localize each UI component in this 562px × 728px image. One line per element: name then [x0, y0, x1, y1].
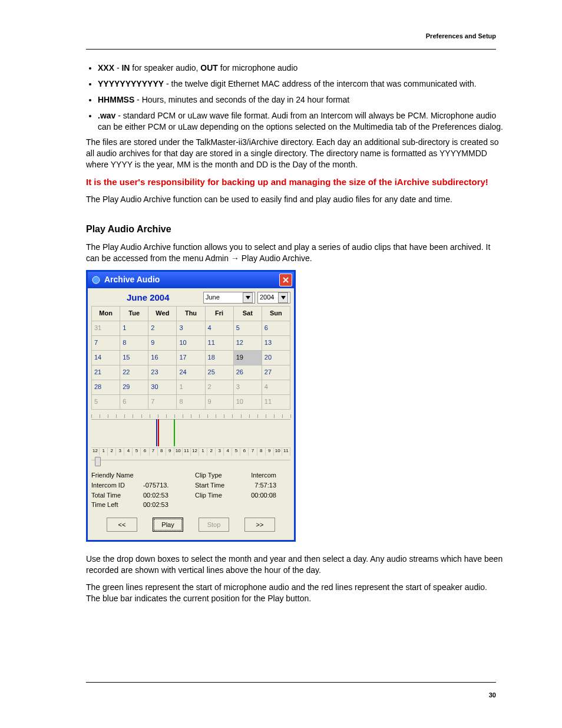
calendar-day-cell[interactable]: 17 [177, 350, 205, 365]
function-paragraph: The Play Audio Archive function allows y… [86, 242, 503, 264]
hour-label: 10 [274, 447, 282, 456]
red-marker [158, 419, 159, 446]
info-grid: Friendly Name Clip Type Intercom Interco… [91, 471, 290, 509]
close-button[interactable] [279, 274, 292, 286]
calendar-day-cell[interactable]: 13 [262, 335, 290, 350]
calendar-day-header: Sun [262, 306, 290, 321]
hour-label: 7 [150, 447, 158, 456]
warning-paragraph: It is the user's responsibility for back… [86, 176, 503, 188]
calendar-day-cell[interactable]: 5 [233, 321, 262, 335]
hour-label: 2 [108, 447, 116, 456]
calendar-day-cell[interactable]: 25 [205, 365, 233, 380]
hour-label: 3 [116, 447, 124, 456]
xxx-label: XXX [98, 63, 114, 73]
calendar-day-cell[interactable]: 5 [92, 394, 120, 409]
intercom-id-label: Intercom ID [91, 481, 138, 490]
calendar-day-cell[interactable]: 10 [177, 335, 205, 350]
slider-thumb[interactable] [95, 457, 101, 466]
hour-label: 11 [183, 447, 191, 456]
wav-ext-label: .wav [98, 111, 115, 120]
calendar-day-cell[interactable]: 15 [120, 350, 148, 365]
chevron-down-icon [278, 292, 288, 303]
clip-time-label: Clip Time [195, 491, 236, 500]
calendar-day-cell[interactable]: 11 [262, 394, 290, 409]
calendar-day-cell[interactable]: 14 [92, 350, 120, 365]
calendar-day-cell[interactable]: 4 [262, 380, 290, 394]
hour-label: 5 [232, 447, 240, 456]
calendar-day-cell[interactable]: 31 [92, 321, 120, 335]
archive-audio-dialog: Archive Audio June 2004 June 2004 MonTue… [86, 270, 296, 542]
calendar-day-cell[interactable]: 7 [92, 335, 120, 350]
hour-label: 12 [91, 447, 100, 456]
calendar-day-header: Wed [148, 306, 177, 321]
position-slider[interactable] [91, 457, 290, 464]
calendar-day-cell[interactable]: 4 [205, 321, 233, 335]
time-left-value: 00:02:53 [143, 500, 190, 509]
calendar-day-cell[interactable]: 8 [177, 394, 205, 409]
filename-parts-list: XXX - IN for speaker audio, OUT for micr… [86, 62, 503, 132]
calendar-day-cell[interactable]: 9 [148, 335, 177, 350]
hour-label: 7 [249, 447, 257, 456]
clip-type-label: Clip Type [195, 471, 236, 480]
usage-paragraph-1: Use the drop down boxes to select the mo… [86, 554, 503, 576]
hour-label: 10 [174, 447, 183, 456]
time-left-label: Time Left [91, 500, 138, 509]
next-button[interactable]: >> [244, 518, 275, 532]
list-item: XXX - IN for speaker audio, OUT for micr… [98, 62, 503, 74]
calendar-day-cell[interactable]: 19 [233, 350, 262, 365]
hour-label: 4 [124, 447, 133, 456]
chevron-down-icon [243, 292, 253, 303]
year-select[interactable]: 2004 [257, 292, 290, 304]
in-label: IN [121, 63, 130, 73]
svg-point-0 [92, 276, 100, 284]
calendar-day-cell[interactable]: 6 [262, 321, 290, 335]
calendar-day-cell[interactable]: 10 [233, 394, 262, 409]
play-button[interactable]: Play [153, 518, 183, 532]
calendar-day-cell[interactable]: 6 [120, 394, 148, 409]
calendar-day-cell[interactable]: 3 [233, 380, 262, 394]
stop-button[interactable]: Stop [199, 518, 229, 532]
calendar-day-cell[interactable]: 16 [148, 350, 177, 365]
calendar-day-cell[interactable]: 21 [92, 365, 120, 380]
timeline[interactable]: 121234567891011121234567891011 [91, 414, 290, 456]
calendar-day-cell[interactable]: 1 [120, 321, 148, 335]
mac-format-label: YYYYYYYYYYYY [98, 79, 164, 88]
calendar-day-cell[interactable]: 29 [120, 380, 148, 394]
calendar-day-cell[interactable]: 27 [262, 365, 290, 380]
calendar-day-cell[interactable]: 23 [148, 365, 177, 380]
hour-label: 11 [282, 447, 290, 456]
calendar-day-cell[interactable]: 26 [233, 365, 262, 380]
calendar-day-cell[interactable]: 24 [177, 365, 205, 380]
calendar-month-label: June 2004 [91, 292, 201, 304]
calendar-day-cell[interactable]: 8 [120, 335, 148, 350]
hour-label: 8 [158, 447, 166, 456]
hour-label: 9 [266, 447, 274, 456]
total-time-label: Total Time [91, 491, 138, 500]
list-item: HHMMSS - Hours, minutes and seconds of t… [98, 94, 503, 106]
month-select[interactable]: June [203, 292, 255, 304]
calendar-day-cell[interactable]: 2 [205, 380, 233, 394]
list-item: YYYYYYYYYYYY - the twelve digit Ethernet… [98, 78, 503, 90]
calendar-day-cell[interactable]: 20 [262, 350, 290, 365]
calendar-day-cell[interactable]: 2 [148, 321, 177, 335]
calendar-day-cell[interactable]: 12 [233, 335, 262, 350]
calendar-day-cell[interactable]: 1 [177, 380, 205, 394]
calendar-day-cell[interactable]: 9 [205, 394, 233, 409]
calendar-day-header: Fri [205, 306, 233, 321]
hour-label: 12 [191, 447, 199, 456]
time-format-label: HHMMSS [98, 95, 134, 104]
hour-label: 2 [207, 447, 216, 456]
total-time-value: 00:02:53 [143, 491, 190, 500]
list-item: .wav - standard PCM or uLaw wave file fo… [98, 110, 503, 133]
calendar-day-cell[interactable]: 30 [148, 380, 177, 394]
header-rule [86, 49, 496, 50]
hour-label: 1 [199, 447, 207, 456]
calendar-day-cell[interactable]: 3 [177, 321, 205, 335]
calendar-day-cell[interactable]: 11 [205, 335, 233, 350]
prev-button[interactable]: << [107, 518, 137, 532]
calendar-day-cell[interactable]: 18 [205, 350, 233, 365]
calendar-day-cell[interactable]: 7 [148, 394, 177, 409]
calendar-day-cell[interactable]: 22 [120, 365, 148, 380]
out-label: OUT [200, 63, 218, 73]
calendar-day-cell[interactable]: 28 [92, 380, 120, 394]
